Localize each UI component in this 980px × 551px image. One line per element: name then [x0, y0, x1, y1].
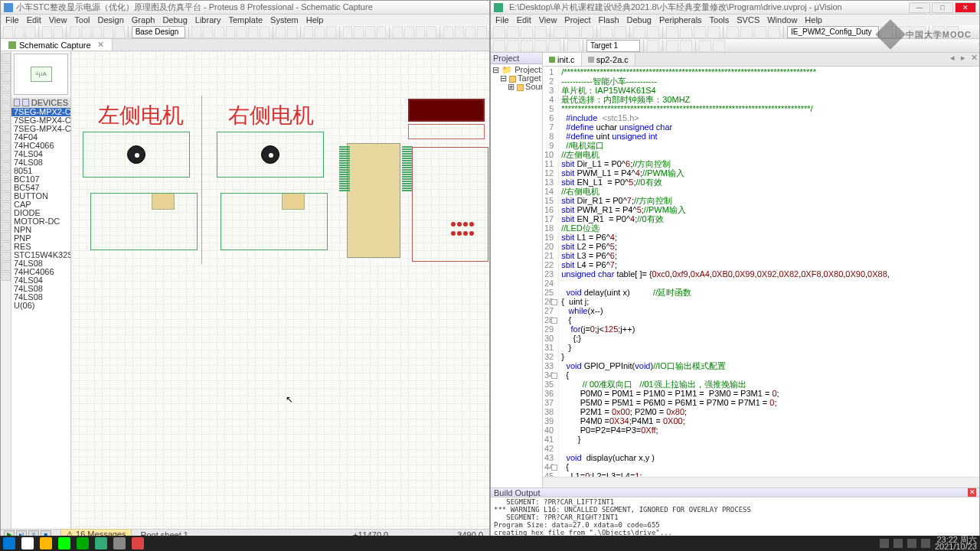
decompose-icon[interactable]: [426, 26, 436, 38]
erc-icon[interactable]: [455, 26, 465, 38]
menu-help[interactable]: Help: [306, 15, 324, 24]
search-icon[interactable]: [21, 537, 34, 549]
undo-icon[interactable]: [600, 26, 612, 38]
editor-hscrollbar[interactable]: [543, 477, 979, 487]
config-dropdown[interactable]: IE_PWM2_Config_Duty: [787, 26, 879, 38]
indent-icon[interactable]: [727, 26, 739, 38]
menu-peripherals[interactable]: Peripherals: [659, 15, 702, 24]
tab-schematic[interactable]: Schematic Capture ✕: [1, 39, 113, 51]
new-icon[interactable]: [493, 26, 505, 38]
menu-help[interactable]: Help: [805, 15, 822, 24]
design-dropdown[interactable]: Base Design: [132, 26, 185, 38]
saveall-icon[interactable]: [534, 26, 547, 38]
device-item[interactable]: U(06): [11, 302, 70, 310]
minimize-button[interactable]: —: [909, 2, 930, 13]
left-motor-schematic[interactable]: [83, 132, 190, 178]
package-icon[interactable]: [416, 26, 426, 38]
block-rotate-icon[interactable]: [365, 26, 375, 38]
nav-fwd-icon[interactable]: [647, 26, 659, 38]
file-explorer-icon[interactable]: [40, 537, 52, 549]
right-driver-schematic[interactable]: [220, 193, 328, 254]
zoom-out-icon[interactable]: [237, 26, 247, 38]
text-mode-icon[interactable]: [2, 93, 11, 102]
library-icon[interactable]: [22, 99, 28, 106]
help-icon[interactable]: [115, 26, 125, 38]
start-button-icon[interactable]: [3, 537, 15, 549]
gen-mode-icon[interactable]: [2, 162, 11, 171]
pin-mode-icon[interactable]: [2, 132, 11, 142]
make-icon[interactable]: [404, 26, 414, 38]
copy-icon[interactable]: [315, 26, 325, 38]
editor-tab[interactable]: init.c: [543, 53, 582, 66]
netlist-icon[interactable]: [466, 26, 475, 38]
line-2d-icon[interactable]: [2, 202, 11, 211]
recorder-icon[interactable]: [132, 537, 144, 549]
instrument-icon[interactable]: [2, 192, 11, 201]
target-options-icon[interactable]: [647, 40, 659, 52]
project-panel[interactable]: Project ⊟ 📁 Project: d ⊟ Target ⊞ Sourc: [491, 53, 543, 487]
devices-list[interactable]: 7SEG-MPX2-CA7SEG-MPX4-CA7SEG-MPX4-CA74F0…: [11, 108, 70, 529]
home-icon[interactable]: [3, 26, 13, 38]
copy-icon[interactable]: [567, 26, 580, 38]
label-mode-icon[interactable]: [2, 83, 11, 92]
open-icon[interactable]: [507, 26, 519, 38]
arc-2d-icon[interactable]: [2, 232, 11, 241]
pick-icon[interactable]: [393, 26, 403, 38]
menu-flash[interactable]: Flash: [599, 15, 619, 24]
circle-2d-icon[interactable]: [2, 222, 11, 231]
cut-icon[interactable]: [304, 26, 314, 38]
cut-icon[interactable]: [554, 26, 566, 38]
close-tab-icon[interactable]: ✕: [97, 40, 104, 50]
build-output-header[interactable]: Build Output ✕: [491, 487, 979, 497]
comment-icon[interactable]: [754, 26, 766, 38]
menu-design[interactable]: Design: [98, 15, 124, 24]
block-move-icon[interactable]: [354, 26, 364, 38]
redo-icon[interactable]: [287, 26, 297, 38]
proteus-mode-toolbar[interactable]: [1, 51, 11, 529]
tab-scroll-right-icon[interactable]: ▸: [958, 53, 969, 66]
tray-network-icon[interactable]: [907, 539, 916, 548]
stop-build-icon[interactable]: [548, 40, 560, 52]
pcb-icon[interactable]: [81, 26, 91, 38]
selection-mode-icon[interactable]: [2, 53, 11, 62]
pan-icon[interactable]: [214, 26, 224, 38]
project-tree[interactable]: ⊟ 📁 Project: d ⊟ Target ⊞ Sourc: [491, 64, 542, 93]
close-panel-icon[interactable]: ✕: [968, 488, 976, 497]
bom-icon[interactable]: [477, 26, 487, 38]
grid-icon[interactable]: [191, 26, 201, 38]
menu-project[interactable]: Project: [564, 15, 590, 24]
keil-titlebar[interactable]: E:\Desktop\单片机课程建设\经典2021.8\小车经典变量修改\Pro…: [491, 1, 979, 15]
zoom-area-icon[interactable]: [54, 26, 64, 38]
open-icon[interactable]: [15, 26, 24, 38]
tab-scroll-left-icon[interactable]: ◂: [947, 53, 958, 66]
redo-icon[interactable]: [614, 26, 626, 38]
find-icon[interactable]: [880, 26, 893, 38]
wire-icon[interactable]: [443, 26, 453, 38]
junction-mode-icon[interactable]: [2, 73, 11, 82]
menu-file[interactable]: File: [495, 15, 509, 24]
menu-library[interactable]: Library: [195, 15, 221, 24]
config-wizard-icon[interactable]: [946, 26, 959, 38]
editor-tab[interactable]: sp2-2a.c: [582, 53, 635, 66]
device-icon[interactable]: [713, 40, 725, 52]
path-2d-icon[interactable]: [2, 242, 11, 251]
download-icon[interactable]: [567, 40, 580, 52]
symbol-2d-icon[interactable]: [2, 262, 11, 271]
pack-icon[interactable]: [699, 40, 711, 52]
windows-taskbar[interactable]: 23:22 周六 2021/10/23: [0, 536, 980, 551]
source-text[interactable]: /***************************************…: [559, 67, 979, 477]
keil-toolbar-1[interactable]: IE_PWM2_Config_Duty: [491, 25, 979, 39]
overview-thumbnail[interactable]: ≡μA: [14, 54, 68, 95]
tray-clock[interactable]: 23:22 周六 2021/10/23: [935, 536, 977, 550]
save-icon[interactable]: [521, 26, 533, 38]
menu-view[interactable]: View: [539, 15, 557, 24]
bookmark-next-icon[interactable]: [694, 26, 706, 38]
system-tray[interactable]: 23:22 周六 2021/10/23: [880, 536, 977, 550]
zoom-sel-icon[interactable]: [260, 26, 270, 38]
target-dropdown[interactable]: Target 1: [586, 40, 640, 52]
graph-mode-icon[interactable]: [2, 142, 11, 152]
outdent-icon[interactable]: [740, 26, 753, 38]
proteus-titlebar[interactable]: 小车STC整改显示电源（优化）原理图及仿真平台 - Proteus 8 Prof…: [1, 1, 489, 15]
bookmark-prev-icon[interactable]: [680, 26, 692, 38]
manage-icon[interactable]: [666, 40, 678, 52]
